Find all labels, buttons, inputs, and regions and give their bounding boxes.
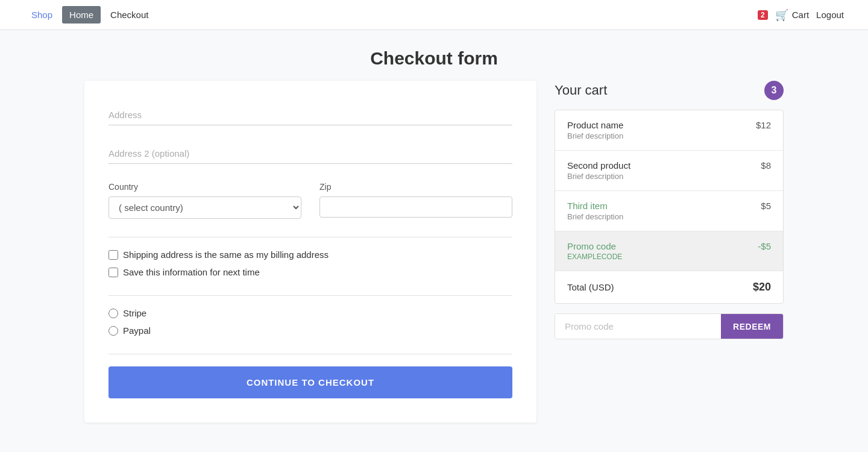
promo-applied-code: EXAMPLECODE (567, 253, 758, 261)
cart-item-2-price: $8 (761, 160, 771, 171)
save-checkbox[interactable] (108, 268, 118, 277)
page-title: Checkout form (0, 48, 868, 69)
checkout-button[interactable]: CONTINUE TO CHECKOUT (108, 366, 512, 398)
zip-input[interactable] (319, 196, 512, 218)
cart-item-1-desc: Brief description (567, 131, 756, 140)
total-amount: $20 (753, 281, 771, 293)
divider-1 (108, 237, 512, 237)
promo-applied-price: -$5 (758, 241, 771, 251)
cart-count-badge: 3 (764, 81, 784, 100)
logout-link[interactable]: Logout (816, 10, 844, 20)
nav-shop[interactable]: Shop (24, 6, 60, 24)
redeem-button[interactable]: REDEEM (721, 314, 783, 339)
country-zip-row: Country ( select country) United States … (108, 182, 512, 219)
cart-item-2-name: Second product (567, 160, 761, 171)
cart-label: Cart (792, 10, 809, 20)
shipping-checkbox[interactable] (108, 250, 118, 260)
payment-radio-section: Stripe Paypal (108, 308, 512, 336)
paypal-label[interactable]: Paypal (123, 325, 151, 336)
cart-item-2-desc: Brief description (567, 172, 761, 181)
zip-col: Zip (319, 182, 512, 219)
divider-3 (108, 354, 512, 354)
country-col: Country ( select country) United States … (108, 182, 301, 219)
promo-code-input[interactable] (555, 314, 721, 339)
main-layout: Country ( select country) United States … (72, 81, 796, 447)
cart-section: Your cart 3 Product name Brief descripti… (555, 81, 784, 339)
cart-item-3-info: Third item Brief description (567, 201, 761, 221)
cart-header: Your cart 3 (555, 81, 784, 100)
cart-item-3-desc: Brief description (567, 212, 761, 221)
stripe-radio[interactable] (108, 309, 118, 318)
shipping-checkbox-label[interactable]: Shipping address is the same as my billi… (123, 250, 329, 260)
address2-group (108, 143, 512, 164)
cart-link[interactable]: 🛒 Cart (775, 8, 809, 22)
save-checkbox-label[interactable]: Save this information for next time (123, 267, 260, 277)
nav-links: Shop Home Checkout (24, 6, 758, 24)
nav-home[interactable]: Home (62, 6, 101, 24)
cart-item-1-info: Product name Brief description (567, 120, 756, 140)
promo-applied-name: Promo code (567, 241, 758, 251)
cart-box: Product name Brief description $12 Secon… (555, 110, 784, 304)
page-title-area: Checkout form (0, 30, 868, 81)
zip-label: Zip (319, 182, 512, 192)
country-select[interactable]: ( select country) United States Canada U… (108, 196, 301, 219)
promo-applied-row: Promo code EXAMPLECODE -$5 (555, 231, 783, 271)
cart-item-1: Product name Brief description $12 (555, 110, 783, 151)
paypal-radio-row: Paypal (108, 325, 512, 336)
shipping-checkbox-row: Shipping address is the same as my billi… (108, 250, 512, 260)
cart-badge: 2 (758, 10, 768, 20)
cart-icon: 🛒 (775, 8, 788, 22)
promo-applied-info: Promo code EXAMPLECODE (567, 241, 758, 261)
cart-item-1-price: $12 (756, 120, 771, 130)
address-group (108, 105, 512, 125)
cart-title: Your cart (555, 83, 607, 98)
stripe-radio-row: Stripe (108, 308, 512, 318)
nav-checkout[interactable]: Checkout (103, 6, 156, 24)
paypal-radio[interactable] (108, 326, 118, 336)
cart-item-2-info: Second product Brief description (567, 160, 761, 181)
form-section: Country ( select country) United States … (84, 81, 536, 422)
navbar: Shop Home Checkout 2 🛒 Cart Logout (0, 0, 868, 30)
cart-item-3-price: $5 (761, 201, 771, 211)
total-label: Total (USD) (567, 282, 614, 292)
divider-2 (108, 295, 512, 296)
address2-input[interactable] (108, 143, 512, 164)
cart-item-3-name: Third item (567, 201, 761, 211)
address-input[interactable] (108, 105, 512, 125)
country-label: Country (108, 182, 301, 192)
cart-item-3: Third item Brief description $5 (555, 191, 783, 231)
nav-right: 2 🛒 Cart Logout (758, 8, 844, 22)
promo-input-section: REDEEM (555, 313, 784, 339)
cart-item-1-name: Product name (567, 120, 756, 130)
total-row: Total (USD) $20 (555, 271, 783, 303)
cart-item-2: Second product Brief description $8 (555, 151, 783, 191)
save-checkbox-row: Save this information for next time (108, 267, 512, 277)
stripe-label[interactable]: Stripe (123, 308, 146, 318)
checkboxes-section: Shipping address is the same as my billi… (108, 250, 512, 277)
